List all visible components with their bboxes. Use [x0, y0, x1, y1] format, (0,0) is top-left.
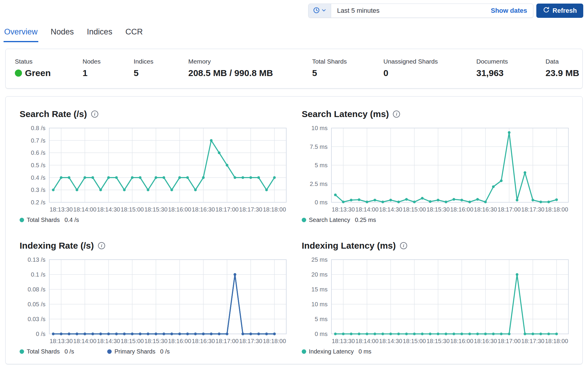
svg-text:18:15:30: 18:15:30	[426, 338, 450, 344]
svg-text:18:17:00: 18:17:00	[498, 338, 521, 344]
svg-text:18:17:30: 18:17:30	[239, 338, 262, 344]
tab-indices[interactable]: Indices	[86, 27, 113, 42]
svg-text:25 ms: 25 ms	[312, 257, 328, 263]
summary-value: 0	[383, 68, 476, 78]
svg-text:18:17:00: 18:17:00	[216, 338, 239, 344]
legend-series-name: Indexing Latency	[309, 348, 354, 355]
refresh-button[interactable]: Refresh	[536, 4, 583, 18]
chart-legend: Indexing Latency0 ms	[302, 348, 572, 355]
summary-label: Unassigned Shards	[383, 58, 476, 65]
refresh-button-label: Refresh	[553, 7, 577, 15]
svg-text:18:17:00: 18:17:00	[498, 206, 521, 213]
summary-item: Documents31,963	[476, 58, 546, 78]
summary-value: Green	[15, 68, 83, 78]
legend-series-name: Primary Shards	[114, 348, 155, 355]
info-icon[interactable]: i	[98, 242, 105, 249]
legend-series-name: Total Shards	[27, 348, 60, 355]
legend-series-value: 0.4 /s	[64, 217, 79, 223]
svg-text:18:15:30: 18:15:30	[144, 206, 167, 213]
summary-label: Nodes	[83, 58, 134, 65]
chart-canvas[interactable]: 0.13 /s0.1 /s0.08 /s0.05 /s0.03 /s0 /s18…	[20, 257, 290, 345]
svg-text:0.13 /s: 0.13 /s	[28, 257, 45, 263]
summary-value: 1	[83, 68, 134, 78]
tab-overview[interactable]: Overview	[4, 27, 38, 42]
chart-canvas[interactable]: 0.8 /s0.7 /s0.6 /s0.5 /s0.4 /s0.3 /s0.2 …	[20, 126, 290, 214]
svg-text:0.8 /s: 0.8 /s	[31, 126, 45, 131]
summary-item: Indices5	[134, 58, 188, 78]
svg-text:18:14:00: 18:14:00	[355, 338, 379, 344]
chart-legend: Total Shards0.4 /s	[20, 217, 290, 223]
svg-text:18:14:00: 18:14:00	[73, 206, 97, 213]
svg-text:5 ms: 5 ms	[315, 316, 328, 322]
chart-canvas[interactable]: 10 ms7.5 ms5 ms2.5 ms0 ms18:13:3018:14:0…	[302, 126, 572, 214]
svg-text:18:16:00: 18:16:00	[450, 206, 473, 213]
summary-label: Indices	[134, 58, 188, 65]
svg-text:18:16:30: 18:16:30	[192, 206, 215, 213]
svg-text:18:14:30: 18:14:30	[97, 338, 120, 344]
svg-text:18:15:30: 18:15:30	[144, 338, 167, 344]
svg-text:2.5 ms: 2.5 ms	[310, 181, 328, 187]
svg-text:18:14:00: 18:14:00	[355, 206, 379, 213]
summary-item: StatusGreen	[15, 58, 83, 78]
charts-panel: Search Rate (/s) i 0.8 /s0.7 /s0.6 /s0.5…	[5, 96, 583, 364]
top-bar: Last 5 minutes Show dates Refresh	[5, 4, 583, 18]
svg-text:18:16:30: 18:16:30	[192, 338, 215, 344]
svg-text:0 ms: 0 ms	[315, 199, 328, 206]
svg-text:18:17:30: 18:17:30	[521, 338, 544, 344]
legend-series-name: Total Shards	[27, 217, 60, 223]
svg-text:0.03 /s: 0.03 /s	[28, 316, 45, 322]
clock-icon	[313, 7, 320, 15]
svg-text:18:16:00: 18:16:00	[168, 206, 191, 213]
svg-text:18:17:00: 18:17:00	[216, 206, 239, 213]
summary-item: Total Shards5	[312, 58, 383, 78]
svg-text:18:17:30: 18:17:30	[521, 206, 544, 213]
indexing-rate-chart: Indexing Rate (/s) i 0.13 /s0.1 /s0.08 /…	[20, 241, 290, 355]
svg-text:18:14:30: 18:14:30	[379, 338, 402, 344]
summary-label: Memory	[188, 58, 312, 65]
legend-item: Total Shards0.4 /s	[20, 217, 79, 223]
refresh-icon	[543, 7, 550, 15]
time-picker: Last 5 minutes Show dates	[308, 4, 533, 18]
status-green-dot	[15, 70, 22, 77]
summary-value: 31,963	[476, 68, 546, 78]
time-picker-quick-menu-button[interactable]	[309, 4, 331, 18]
legend-series-value: 0 /s	[160, 348, 170, 355]
chart-title: Search Latency (ms)	[302, 109, 389, 119]
legend-dot	[20, 349, 24, 354]
summary-label: Data	[546, 58, 579, 65]
monitoring-tabs: OverviewNodesIndicesCCR	[4, 27, 588, 42]
search-rate-chart: Search Rate (/s) i 0.8 /s0.7 /s0.6 /s0.5…	[20, 109, 290, 223]
info-icon[interactable]: i	[91, 111, 98, 118]
legend-dot	[302, 218, 306, 222]
summary-item: Memory208.5 MB / 990.8 MB	[188, 58, 312, 78]
chart-legend: Search Latency0.25 ms	[302, 217, 572, 223]
legend-series-value: 0.25 ms	[355, 217, 376, 223]
svg-text:18:14:30: 18:14:30	[97, 206, 120, 213]
svg-text:18:14:00: 18:14:00	[73, 338, 97, 344]
svg-text:18:15:30: 18:15:30	[426, 206, 450, 213]
chart-title: Indexing Latency (ms)	[302, 241, 396, 251]
info-icon[interactable]: i	[400, 242, 407, 249]
legend-dot	[107, 349, 112, 354]
svg-text:18:18:00: 18:18:00	[545, 206, 568, 213]
search-latency-chart: Search Latency (ms) i 10 ms7.5 ms5 ms2.5…	[302, 109, 572, 223]
svg-text:0 /s: 0 /s	[36, 331, 45, 337]
svg-text:18:17:30: 18:17:30	[239, 206, 262, 213]
summary-item: Nodes1	[83, 58, 134, 78]
svg-text:10 ms: 10 ms	[312, 301, 328, 307]
indexing-latency-chart: Indexing Latency (ms) i 25 ms20 ms15 ms1…	[302, 241, 572, 355]
svg-text:20 ms: 20 ms	[312, 271, 328, 278]
tab-ccr[interactable]: CCR	[125, 27, 143, 42]
svg-text:18:18:00: 18:18:00	[263, 338, 286, 344]
svg-text:18:16:00: 18:16:00	[168, 338, 191, 344]
info-icon[interactable]: i	[393, 111, 400, 118]
summary-item: Data23.9 MB	[546, 58, 579, 78]
svg-text:18:15:00: 18:15:00	[121, 338, 144, 344]
svg-text:5 ms: 5 ms	[315, 162, 328, 168]
svg-text:0.08 /s: 0.08 /s	[28, 286, 45, 293]
chart-canvas[interactable]: 25 ms20 ms15 ms10 ms5 ms0 ms18:13:3018:1…	[302, 257, 572, 345]
time-range-value[interactable]: Last 5 minutes	[331, 4, 491, 18]
svg-text:0.2 /s: 0.2 /s	[31, 199, 45, 206]
tab-nodes[interactable]: Nodes	[50, 27, 75, 42]
show-dates-link[interactable]: Show dates	[491, 4, 533, 18]
